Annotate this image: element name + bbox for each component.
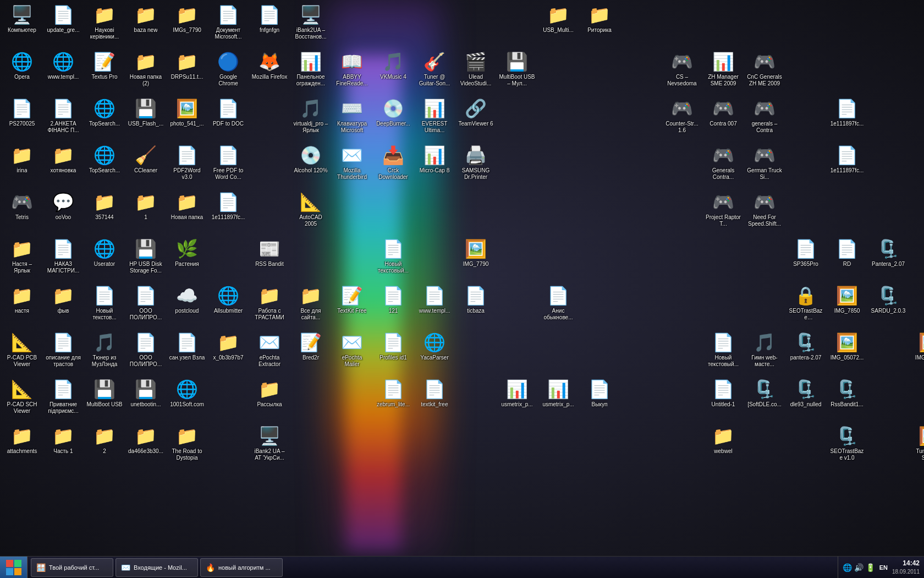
desktop-icon-56[interactable]: 🎮Tetris <box>3 190 41 222</box>
desktop-icon-112[interactable]: 🌐1001Soft.com <box>168 377 206 409</box>
desktop-icon-41[interactable]: 📄1e111897fc... <box>828 96 866 128</box>
desktop-icon-26[interactable]: 🎮CnC Generals ZH ME 2009 <box>745 50 784 88</box>
desktop-icon-0[interactable]: 🖥️Компьютер <box>3 3 41 35</box>
desktop-icon-32[interactable]: 📄PDF to DOC <box>209 96 248 128</box>
desktop-icon-23[interactable]: 💾MultiBoot USB – Мул... <box>498 50 536 88</box>
desktop-icon-35[interactable]: 💿DeepBurner... <box>374 96 413 128</box>
desktop-icon-127[interactable]: 📁The Road to Dystopia <box>168 424 206 462</box>
desktop-icon-5[interactable]: 📄Документ Microsoft... <box>209 3 248 41</box>
desktop-icon-45[interactable]: 🧹CCleaner <box>127 143 165 175</box>
desktop-icon-116[interactable]: 📊usmetrix_p... <box>498 377 536 409</box>
desktop-icon-44[interactable]: 🌐TopSearch... <box>85 143 124 175</box>
desktop-icon-6[interactable]: 📄fnfgnfgn <box>250 3 289 35</box>
desktop-icon-93[interactable]: 📄описание для трастов <box>44 330 82 369</box>
desktop-icon-13[interactable]: 📝Textus Pro <box>85 50 124 81</box>
start-button[interactable] <box>0 557 28 579</box>
desktop-icon-106[interactable]: 🖼️IMG_05072... <box>828 330 866 362</box>
desktop-icon-63[interactable]: 🎮Project Raptor T... <box>704 190 743 228</box>
desktop-icon-48[interactable]: 💿Alcohol 120% <box>292 143 330 175</box>
desktop-icon-61[interactable]: 📄1e111897fc... <box>209 190 248 222</box>
taskbar-item-2[interactable]: 🔥новый алгоритм ... <box>200 558 283 577</box>
desktop-icon-52[interactable]: 🖨️SAMSUNG Dr.Printer <box>457 143 495 182</box>
desktop-icon-67[interactable]: 🌐Userator <box>85 237 124 269</box>
desktop-icon-111[interactable]: 💾unetbootin... <box>127 377 165 409</box>
desktop-icon-15[interactable]: 📁DRPSu11.t... <box>168 50 206 81</box>
desktop-icon-49[interactable]: ✉️Mozilla Thunderbird <box>333 143 371 182</box>
desktop-icon-58[interactable]: 📁357144 <box>85 190 124 222</box>
desktop-icon-86[interactable]: 📄www.templ... <box>415 283 454 315</box>
desktop-icon-105[interactable]: 🗜️pantera-2.07 <box>787 330 825 362</box>
desktop-icon-117[interactable]: 📊usmetrix_p... <box>539 377 578 409</box>
desktop-icon-113[interactable]: 📁Рассылка <box>250 377 289 409</box>
desktop-icon-115[interactable]: 📄textkit_free <box>415 377 454 409</box>
desktop-icon-20[interactable]: 🎵VKMusic 4 <box>374 50 413 81</box>
taskbar-item-0[interactable]: 🪟Твой рабочий ст... <box>31 558 113 577</box>
desktop-icon-69[interactable]: 🌿Растения <box>168 237 206 269</box>
desktop-icon-118[interactable]: 📄Выкуп <box>580 377 619 409</box>
desktop-icon-123[interactable]: 📁attachments <box>3 424 41 456</box>
desktop-icon-84[interactable]: 📝TextKit Free <box>333 283 371 315</box>
desktop-icon-59[interactable]: 📁1 <box>127 190 165 222</box>
desktop-icon-14[interactable]: 📁Новая папка (2) <box>127 50 165 88</box>
desktop-icon-97[interactable]: 📁x_0b3b97b7 <box>209 330 248 362</box>
desktop-icon-87[interactable]: 📄ticbaza <box>457 283 495 315</box>
desktop-icon-75[interactable]: 🗜️Pantera_2.07 <box>869 237 908 269</box>
desktop-icon-7[interactable]: 🖥️iBank2UA – Восстанов... <box>292 3 330 41</box>
desktop-icon-101[interactable]: 📄Profiles id1 <box>374 330 413 362</box>
desktop-icon-9[interactable]: 📁Риторика <box>580 3 619 35</box>
desktop-icon-72[interactable]: 🖼️IMG_7790 <box>457 237 495 269</box>
desktop-icon-94[interactable]: 🎵Тюнер из МузЛэнда <box>85 330 124 369</box>
desktop-icon-12[interactable]: 🌐www.templ... <box>44 50 82 81</box>
desktop-icon-64[interactable]: 🎮Need For Speed.Shift... <box>745 190 784 228</box>
desktop-icon-60[interactable]: 📁Новая папка <box>168 190 206 222</box>
desktop-icon-121[interactable]: 🗜️dle93_nulled <box>787 377 825 409</box>
desktop-icon-88[interactable]: 📄Анис обыкнове... <box>539 283 578 322</box>
taskbar-item-1[interactable]: ✉️Входящие - Mozil... <box>116 558 198 577</box>
desktop-icon-2[interactable]: 📁Наукові керівники... <box>85 3 124 41</box>
desktop-icon-96[interactable]: 📄сан.узел Взла <box>168 330 206 362</box>
desktop-icon-53[interactable]: 🎮Generals Contra... <box>704 143 743 182</box>
desktop-icon-82[interactable]: 📁Работа с ТРАСТАМИ <box>250 283 289 322</box>
desktop-icon-76[interactable]: 📁настя <box>3 283 41 315</box>
desktop-icon-55[interactable]: 📄1e111897fc... <box>828 143 866 175</box>
desktop-icon-81[interactable]: 🌐Allsubmitter <box>209 283 248 315</box>
desktop-icon-77[interactable]: 📁фыв <box>44 283 82 315</box>
desktop-icon-25[interactable]: 📊ZH Manager SME 2009 <box>704 50 743 88</box>
desktop-icon-17[interactable]: 🦊Mozilla Firefox <box>250 50 289 81</box>
desktop-icon-3[interactable]: 📁baza new <box>127 3 165 35</box>
desktop-icon-31[interactable]: 🖼️photo_541_... <box>168 96 206 128</box>
desktop-icon-130[interactable]: 🗜️SEOTrastBaze v1.0 <box>828 424 866 462</box>
desktop-icon-4[interactable]: 📁IMGs_7790 <box>168 3 206 35</box>
desktop-icon-62[interactable]: 📐AutoCAD 2005 <box>292 190 330 228</box>
desktop-icon-47[interactable]: 📄Free PDF to Word Co... <box>209 143 248 182</box>
desktop-icon-1[interactable]: 📄update_gre... <box>44 3 82 35</box>
desktop-icon-122[interactable]: 🗜️RssBandit1... <box>828 377 866 409</box>
desktop-icon-103[interactable]: 📄Новый текстовый... <box>704 330 743 369</box>
desktop-icon-120[interactable]: 🗜️[SoftDLE.co... <box>745 377 784 409</box>
desktop-icon-128[interactable]: 🖥️iBank2 UA – АТ 'УкрСи... <box>250 424 289 462</box>
desktop-icon-43[interactable]: 📁хотяновка <box>44 143 82 175</box>
desktop-icon-90[interactable]: 🖼️IMG_7850 <box>828 283 866 315</box>
desktop-icon-102[interactable]: 🌐YacaParser <box>415 330 454 362</box>
desktop-icon-108[interactable]: 📐P-CAD SCH Viewer <box>3 377 41 416</box>
desktop-icon-50[interactable]: 📥Crck Downloader <box>374 143 413 182</box>
desktop-icon-16[interactable]: 🔵Google Chrome <box>209 50 248 88</box>
desktop-icon-92[interactable]: 📐P-CAD PCB Viewer <box>3 330 41 369</box>
desktop-icon-109[interactable]: 📄Приватние підприємс... <box>44 377 82 416</box>
desktop-icon-73[interactable]: 📄SP365Pro <box>787 237 825 269</box>
desktop-icon-57[interactable]: 💬ooVoo <box>44 190 82 222</box>
desktop-icon-89[interactable]: 🔒SEOTrastBaze v1.0.asdcrypt <box>787 283 825 322</box>
desktop-icon-68[interactable]: 💾HP USB Disk Storage Fo... <box>127 237 165 275</box>
desktop-icon-98[interactable]: ✉️ePochta Extractor <box>250 330 289 369</box>
desktop-icon-29[interactable]: 🌐TopSearch... <box>85 96 124 128</box>
desktop-icon-39[interactable]: 🎮Contra 007 <box>704 96 743 128</box>
desktop-icon-18[interactable]: 📊Панельное огражден... <box>292 50 330 88</box>
desktop-icon-22[interactable]: 🎬Ulead VideoStudi... <box>457 50 495 88</box>
desktop-icon-71[interactable]: 📄Новый текстовый... <box>374 237 413 275</box>
desktop-icon-80[interactable]: ☁️postcloud <box>168 283 206 315</box>
desktop-icon-129[interactable]: 📁webwel <box>704 424 743 456</box>
desktop-icon-95[interactable]: 📄ООО ПОЛИПРО... <box>127 330 165 369</box>
desktop-icon-38[interactable]: 🎮Counter-Str... 1.6 <box>663 96 701 135</box>
desktop-icon-124[interactable]: 📁Часть 1 <box>44 424 82 456</box>
desktop-icon-51[interactable]: 📊Micro-Cap 8 <box>415 143 454 175</box>
